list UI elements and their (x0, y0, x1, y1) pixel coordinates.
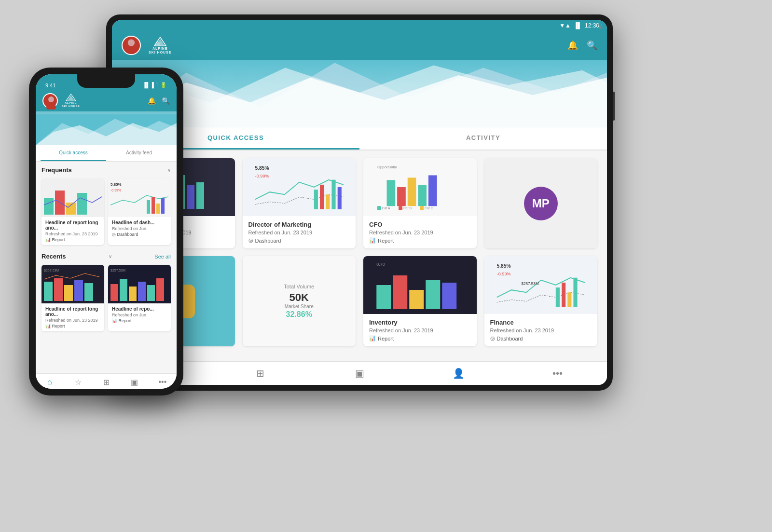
card-cfo-thumb: Opportunity Cat A (363, 158, 477, 216)
svg-point-1 (125, 47, 137, 55)
card-customer-care[interactable]: MP Customer Care Refreshed on Jun. 23 20… (484, 158, 598, 248)
phone-card-dash-1-info: Headline of dash... Refreshed on Jun. ◎ … (108, 217, 171, 240)
svg-rect-70 (156, 204, 160, 214)
card-director-info: Director of Marketing Refreshed on Jun. … (243, 216, 356, 248)
phone-search-icon[interactable]: 🔍 (162, 97, 170, 105)
svg-rect-27 (387, 180, 396, 206)
tablet-screen: ▼▲ ▐▌ 12:30 (112, 20, 607, 385)
phone-card-report-2-info: Headline of report long ano... Refreshed… (41, 303, 104, 331)
frequents-chevron-icon[interactable]: ∨ (167, 167, 171, 173)
report-icon-2: 📊 (369, 237, 376, 244)
phone-card-report-3-title: Headline of repo... (112, 306, 167, 312)
card-inventory[interactable]: 0.70 Inventory Refr (363, 256, 477, 346)
phone-nav-favorites[interactable]: ☆ (64, 378, 92, 387)
card-director[interactable]: 5.85% -0.99% (243, 158, 356, 248)
phone-avatar[interactable] (42, 93, 58, 109)
svg-text:5.85%: 5.85% (496, 263, 510, 269)
phone-nav-reports[interactable]: ▣ (120, 378, 148, 387)
tablet-logo: ALPINESKI HOUSE (149, 36, 172, 54)
tablet-nav-more[interactable]: ••• (508, 368, 607, 379)
svg-text:5.85%: 5.85% (255, 165, 269, 171)
svg-rect-43 (426, 280, 440, 309)
svg-rect-64 (77, 193, 87, 215)
phone-time: 9:41 (45, 82, 55, 88)
card-cfo[interactable]: Opportunity Cat A (363, 158, 477, 248)
tablet-mountain-bg (112, 60, 607, 127)
svg-rect-86 (156, 278, 164, 301)
svg-rect-83 (129, 286, 137, 301)
svg-rect-24 (337, 187, 341, 209)
phone-card-report-3-info: Headline of repo... Refreshed on Jun. 📊 … (108, 303, 171, 326)
phone-nav-apps[interactable]: ⊞ (92, 378, 120, 387)
svg-rect-49 (562, 283, 565, 307)
svg-text:Cat B: Cat B (403, 206, 412, 210)
phone-card-report-1[interactable]: Headline of report long ano... Refreshed… (41, 178, 104, 245)
phone-notification-icon[interactable]: 🔔 (148, 97, 156, 105)
phone-tab-quick-access[interactable]: Quick access (41, 145, 106, 161)
phone-card-dash-1-refresh: Refreshed on Jun. (112, 226, 167, 231)
tablet-bottom-nav: ☆ ⊞ ▣ 👤 ••• (112, 361, 607, 385)
recents-title: Recents (41, 253, 66, 260)
tablet-nav-users[interactable]: 👤 (409, 368, 508, 379)
card-inventory-title: Inventory (369, 319, 471, 326)
phone-status-icons: ▐▌▐ ᛙ 🔋 (143, 82, 167, 88)
svg-text:-0.99%: -0.99% (255, 174, 269, 178)
tablet-header-icons: 🔔 🔍 (567, 40, 597, 51)
tablet-nav-apps[interactable]: ⊞ (211, 368, 310, 379)
svg-text:$257.53M: $257.53M (521, 282, 538, 286)
phone-card-report-2-refresh: Refreshed on Jun. 23 2019 (45, 318, 100, 323)
svg-rect-32 (377, 206, 381, 210)
tablet-notification-icon[interactable]: 🔔 (567, 40, 578, 51)
svg-rect-23 (331, 180, 335, 209)
svg-rect-22 (326, 194, 330, 209)
tablet-signal-icon: ▼▲ (559, 22, 571, 29)
svg-rect-14 (187, 185, 194, 209)
card-weekly-trends-2[interactable]: Total Volume 50K Market Share 32.86% Wee… (243, 256, 356, 346)
svg-rect-20 (314, 190, 317, 209)
frequents-section-header: Frequents ∨ (41, 166, 171, 174)
tablet-avatar[interactable] (122, 36, 141, 55)
card-inventory-type: 📊 Report (369, 335, 471, 341)
card-finance-thumb: 5.85% -0.99% $257.53M (484, 256, 598, 314)
phone-card-report-3[interactable]: $257.53M Headline of repo... (108, 265, 171, 331)
svg-text:5.85%: 5.85% (110, 182, 122, 187)
tablet-tabs: QUICK ACCESS ACTIVITY ∨ (112, 127, 607, 150)
report-icon-3: 📊 (369, 335, 376, 341)
svg-text:0.70: 0.70 (376, 262, 385, 267)
svg-text:Cat C: Cat C (425, 206, 433, 210)
svg-rect-34 (399, 206, 402, 210)
tablet-search-icon[interactable]: 🔍 (587, 40, 597, 51)
svg-rect-76 (64, 285, 73, 301)
phone-nav-home[interactable]: ⌂ (36, 378, 64, 387)
phone-nav-more[interactable]: ••• (149, 378, 177, 387)
svg-text:-0.99%: -0.99% (496, 272, 510, 276)
tablet-logo-text: ALPINESKI HOUSE (149, 47, 172, 54)
tablet-content: 0.78 Operations Refreshed on Jun. 23 201… (112, 150, 607, 361)
svg-text:-0.99%: -0.99% (110, 189, 121, 192)
frequents-grid: Headline of report long ano... Refreshed… (41, 178, 171, 245)
card-finance[interactable]: 5.85% -0.99% $257.53M (484, 256, 598, 346)
svg-rect-40 (376, 285, 391, 309)
phone-mountain-bg (36, 111, 177, 145)
svg-rect-84 (138, 282, 146, 301)
svg-text:$257.53M: $257.53M (44, 269, 59, 272)
phone-card-report-2[interactable]: $257.53M Headline of report long ano... (41, 265, 104, 331)
tablet-nav-reports[interactable]: ▣ (310, 368, 409, 379)
tablet-status-icons: ▼▲ ▐▌ 12:30 (559, 22, 599, 29)
svg-rect-51 (573, 278, 577, 307)
svg-point-0 (128, 39, 135, 46)
card-inventory-refresh: Refreshed on Jun. 23 2019 (369, 327, 471, 333)
see-all-link[interactable]: See all (154, 254, 171, 259)
svg-text:Cat A: Cat A (382, 206, 390, 210)
phone-tabs: Quick access Activity feed (36, 145, 177, 162)
phone-tab-activity[interactable]: Activity feed (106, 145, 172, 161)
chevron-down-icon: ∨ (597, 21, 603, 30)
phone-card-dash-1[interactable]: 5.85% -0.99% Headline of dash... (108, 178, 171, 245)
card-inventory-thumb: 0.70 (363, 256, 477, 314)
tab-activity[interactable]: ACTIVITY (359, 127, 607, 150)
svg-text:$257.53M: $257.53M (110, 269, 125, 272)
svg-rect-74 (44, 282, 53, 301)
recents-grid: $257.53M Headline of report long ano... (41, 265, 171, 331)
svg-rect-82 (120, 279, 127, 301)
recents-chevron-icon[interactable]: ∨ (109, 254, 112, 259)
